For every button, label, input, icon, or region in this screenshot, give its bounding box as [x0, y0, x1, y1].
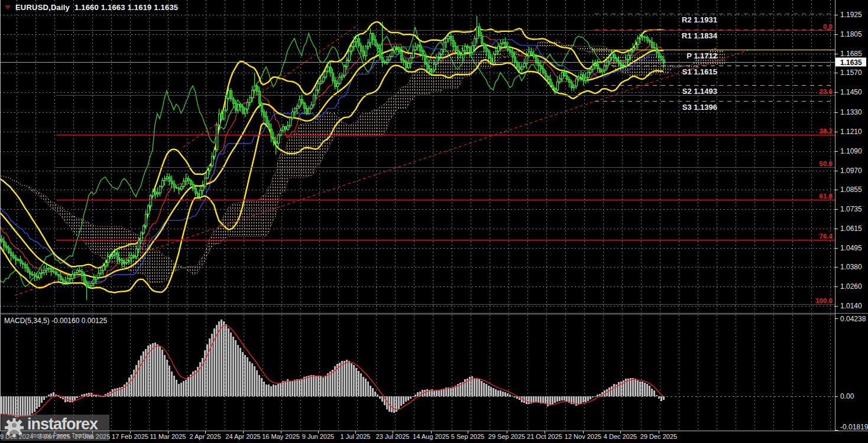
svg-text:17 Feb 2025: 17 Feb 2025	[112, 433, 148, 440]
svg-text:S1 1.1615: S1 1.1615	[682, 67, 717, 76]
svg-text:0.0: 0.0	[823, 23, 833, 30]
svg-text:S3 1.1396: S3 1.1396	[682, 103, 717, 112]
svg-text:12 Nov 2025: 12 Nov 2025	[565, 433, 601, 440]
svg-text:-0.01819: -0.01819	[840, 423, 868, 431]
svg-text:R1 1.1834: R1 1.1834	[682, 31, 718, 40]
svg-text:1.1925: 1.1925	[840, 11, 862, 19]
svg-text:0.04238: 0.04238	[840, 315, 866, 323]
svg-text:1.1090: 1.1090	[840, 147, 862, 155]
svg-text:38.2: 38.2	[820, 128, 833, 135]
svg-text:11 Mar 2025: 11 Mar 2025	[150, 433, 186, 440]
svg-text:14 Aug 2025: 14 Aug 2025	[413, 433, 449, 440]
watermark-brand: instaforex	[27, 416, 98, 432]
svg-text:21 Oct 2025: 21 Oct 2025	[527, 433, 562, 440]
svg-text:9 Jun 2025: 9 Jun 2025	[302, 433, 334, 440]
svg-text:100.0: 100.0	[815, 297, 833, 304]
macd-indicator-label: MACD(5,34,5) -0.00160 0.00125	[4, 317, 107, 325]
svg-text:0.00: 0.00	[840, 392, 854, 400]
svg-text:29 Sep 2025: 29 Sep 2025	[488, 433, 525, 440]
svg-text:1.0495: 1.0495	[840, 244, 862, 252]
svg-text:1.1450: 1.1450	[840, 88, 862, 96]
chart-ohlc-values: 1.1660 1.1663 1.1619 1.1635	[75, 3, 178, 12]
svg-text:24 Apr 2025: 24 Apr 2025	[225, 433, 260, 440]
chart-symbol-period: EURUSD,Daily	[15, 3, 70, 12]
svg-text:1.0260: 1.0260	[840, 282, 862, 291]
svg-text:1.1210: 1.1210	[840, 128, 862, 136]
svg-text:1.0970: 1.0970	[840, 167, 862, 175]
broker-watermark: instaforex Instant Forex Trading	[1, 415, 109, 441]
chart-canvas[interactable]: 0.023.638.250.061.876.4100.0R2 1.1931R1 …	[0, 0, 868, 443]
svg-text:1.1685: 1.1685	[840, 50, 862, 58]
svg-text:61.8: 61.8	[820, 193, 833, 200]
chart-dropdown-icon[interactable]	[5, 5, 11, 9]
chart-window: 0.023.638.250.061.876.4100.0R2 1.1931R1 …	[0, 0, 868, 443]
svg-text:1.0380: 1.0380	[840, 263, 862, 271]
instaforex-gear-icon	[4, 416, 25, 439]
svg-text:23 Jul 2025: 23 Jul 2025	[376, 433, 410, 440]
svg-text:23.6: 23.6	[820, 88, 833, 95]
svg-text:16 May 2025: 16 May 2025	[262, 433, 300, 440]
svg-text:R2 1.1931: R2 1.1931	[682, 15, 717, 24]
svg-text:1.1805: 1.1805	[840, 30, 862, 38]
svg-text:76.4: 76.4	[820, 233, 833, 240]
svg-text:1.1330: 1.1330	[840, 108, 862, 116]
watermark-tagline: Instant Forex Trading	[27, 433, 98, 439]
svg-text:P 1.1712: P 1.1712	[686, 51, 717, 60]
svg-text:S2 1.1493: S2 1.1493	[682, 87, 717, 96]
svg-text:5 Sep 2025: 5 Sep 2025	[451, 433, 484, 440]
svg-text:1.0735: 1.0735	[840, 205, 862, 213]
svg-text:1.1570: 1.1570	[840, 69, 862, 77]
svg-text:1 Jul 2025: 1 Jul 2025	[341, 433, 371, 440]
svg-text:1.0855: 1.0855	[840, 185, 862, 194]
svg-text:2 Apr 2025: 2 Apr 2025	[189, 433, 221, 440]
svg-text:50.0: 50.0	[820, 160, 833, 167]
svg-text:29 Dec 2025: 29 Dec 2025	[640, 433, 677, 440]
chart-title-bar: EURUSD,Daily 1.1660 1.1663 1.1619 1.1635	[5, 3, 178, 12]
svg-text:1.1635: 1.1635	[840, 58, 862, 67]
svg-text:1.0615: 1.0615	[840, 224, 862, 233]
svg-text:1.0140: 1.0140	[840, 302, 862, 310]
svg-text:4 Dec 2025: 4 Dec 2025	[604, 433, 637, 440]
